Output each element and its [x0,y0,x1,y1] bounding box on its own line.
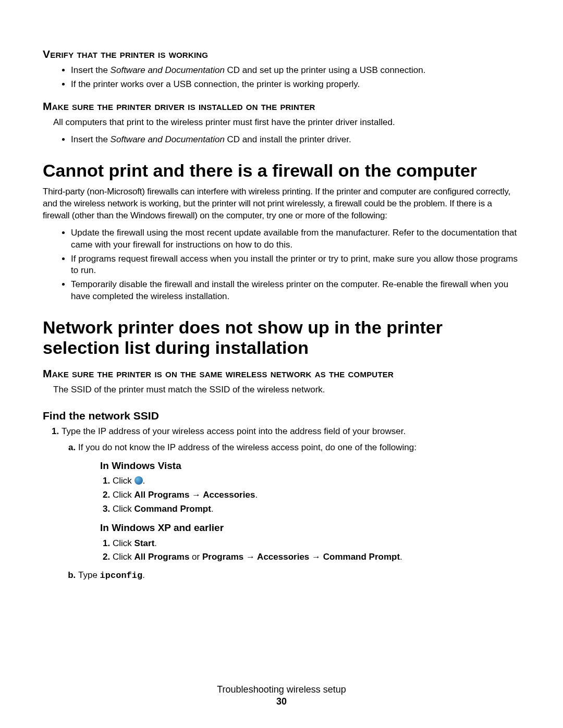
text: Type the IP address of your wireless acc… [62,426,406,436]
heading-windows-vista: In Windows Vista [100,459,520,473]
list-item: Type the IP address of your wireless acc… [62,425,520,582]
ordered-list: Type the IP address of your wireless acc… [43,425,520,582]
text: Click [113,490,134,500]
text-bold: Start [134,538,155,548]
page-number: 30 [0,696,563,707]
text: . [400,552,402,562]
text: Click [113,504,134,514]
heading-driver-installed: Make sure the printer driver is installe… [43,100,520,113]
list-item: Click All Programs or Programs → Accesso… [113,551,520,564]
heading-windows-xp: In Windows XP and earlier [100,521,520,535]
paragraph: Third-party (non-Microsoft) firewalls ca… [43,186,520,222]
windows-start-orb-icon [134,476,143,485]
list-item: Update the firewall using the most recen… [71,227,520,251]
paragraph: All computers that print to the wireless… [53,117,520,129]
bullet-list: Update the firewall using the most recen… [43,227,520,303]
text-bold: Command Prompt [134,504,211,514]
list-item: If you do not know the IP address of the… [78,441,520,564]
text: CD and install the printer driver. [225,134,351,144]
text: . [154,538,157,548]
paragraph: The SSID of the printer must match the S… [53,384,520,396]
list-item: Click Start. [113,537,520,550]
text: . [142,570,145,580]
text: Click [113,538,134,548]
list-item: Insert the Software and Documentation CD… [71,65,520,77]
bullet-list: Insert the Software and Documentation CD… [43,134,520,146]
text-bold: All Programs → Accessories [134,490,255,500]
ordered-sublist: If you do not know the IP address of the… [62,441,520,583]
text: Insert the [71,134,111,144]
page-footer: Troubleshooting wireless setup 30 [0,684,563,707]
text: Insert the [71,65,111,75]
text-code: ipconfig [100,571,143,581]
heading-cannot-print-firewall: Cannot print and there is a firewall on … [43,161,520,181]
text: Click [113,552,134,562]
list-item: Click Command Prompt. [113,503,520,516]
text: Click [113,476,134,486]
list-item: Type ipconfig. [78,569,520,583]
footer-title: Troubleshooting wireless setup [0,684,563,695]
text-italic: Software and Documentation [111,134,225,144]
text: Type [78,570,100,580]
bullet-list: Insert the Software and Documentation CD… [43,65,520,91]
text-bold: All Programs [134,552,190,562]
list-item: Temporarily disable the firewall and ins… [71,279,520,303]
heading-find-ssid: Find the network SSID [43,410,520,422]
text: . [143,476,145,486]
text-bold: Programs → Accessories → Command Prompt [202,552,400,562]
list-item: Click . [113,475,520,488]
text: CD and set up the printer using a USB co… [225,65,426,75]
list-item: Click All Programs → Accessories. [113,489,520,502]
text-italic: Software and Documentation [111,65,225,75]
text: . [211,504,214,514]
list-item: If programs request firewall access when… [71,253,520,277]
heading-same-network: Make sure the printer is on the same wir… [43,367,520,380]
ordered-list: Click Start. Click All Programs or Progr… [100,537,520,564]
ordered-list: Click . Click All Programs → Accessories… [100,475,520,515]
list-item: Insert the Software and Documentation CD… [71,134,520,146]
list-item: If the printer works over a USB connecti… [71,79,520,91]
text: If you do not know the IP address of the… [78,442,417,452]
document-page: Verify that the printer is working Inser… [0,0,563,728]
heading-network-printer-not-showing: Network printer does not show up in the … [43,317,520,358]
heading-verify-printer-working: Verify that the printer is working [43,48,520,60]
text: or [189,552,202,562]
text: . [255,490,258,500]
